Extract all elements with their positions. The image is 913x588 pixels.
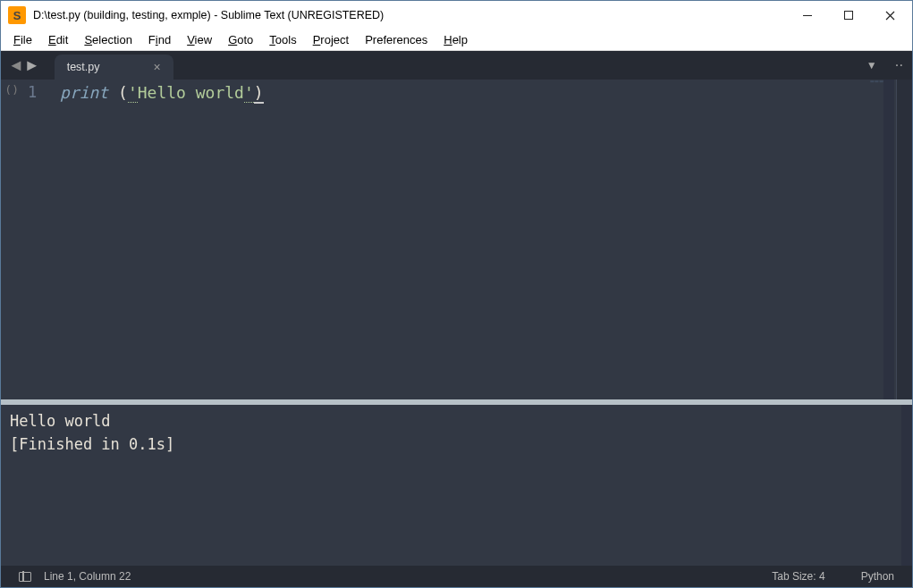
- tab-back-icon[interactable]: ◄: [8, 57, 24, 73]
- minimize-icon: [803, 15, 812, 16]
- window-titlebar: S D:\test.py (building, testing, exmple)…: [1, 1, 912, 29]
- output-line: Hello world: [10, 410, 903, 433]
- menu-bar: File Edit Selection Find View Goto Tools…: [1, 29, 912, 51]
- window-title: D:\test.py (building, testing, exmple) -…: [31, 9, 787, 21]
- menu-goto[interactable]: Goto: [221, 31, 260, 48]
- svg-rect-0: [803, 15, 812, 16]
- maximize-icon: [844, 11, 853, 20]
- code-editor[interactable]: () 1 print ('Hello world') ▬▬▬▬: [1, 80, 912, 399]
- menu-file[interactable]: File: [6, 31, 39, 48]
- close-icon: [885, 11, 895, 21]
- tab-forward-icon[interactable]: ►: [24, 57, 40, 73]
- tab-strip: ◄ ► test.py × ▼ · ·: [1, 51, 912, 80]
- menu-tools[interactable]: Tools: [262, 31, 303, 48]
- tab-strip-controls: ▼ · ·: [867, 57, 912, 73]
- chevron-down-icon[interactable]: ▼: [867, 59, 877, 71]
- fold-gutter[interactable]: (): [1, 80, 19, 399]
- status-tab-size[interactable]: Tab Size: 4: [772, 570, 824, 583]
- editor-scrollbar[interactable]: [883, 80, 894, 399]
- menu-help[interactable]: Help: [436, 31, 475, 48]
- menu-find[interactable]: Find: [141, 31, 178, 48]
- tab-close-icon[interactable]: ×: [153, 60, 160, 74]
- output-line: [Finished in 0.1s]: [10, 433, 903, 457]
- status-syntax[interactable]: Python: [861, 570, 894, 583]
- window-controls: [787, 1, 910, 29]
- tab-label: test.py: [67, 61, 100, 73]
- panel-switcher-icon[interactable]: [19, 572, 31, 582]
- menu-edit[interactable]: Edit: [41, 31, 75, 48]
- main-area: ◄ ► test.py × ▼ · · () 1 print ('Hello w…: [1, 51, 912, 566]
- menu-selection[interactable]: Selection: [77, 31, 139, 48]
- close-button[interactable]: [869, 1, 910, 29]
- file-tab[interactable]: test.py ×: [55, 55, 173, 80]
- tab-nav-arrows: ◄ ►: [1, 57, 47, 73]
- token-function: print: [60, 83, 108, 102]
- minimize-button[interactable]: [787, 1, 828, 29]
- menu-view[interactable]: View: [180, 31, 219, 48]
- status-bar: Line 1, Column 22 Tab Size: 4 Python: [1, 566, 912, 587]
- menu-preferences[interactable]: Preferences: [358, 31, 435, 48]
- minimap[interactable]: [896, 80, 912, 399]
- build-output-panel[interactable]: Hello world [Finished in 0.1s]: [1, 405, 912, 566]
- code-line[interactable]: print ('Hello world'): [49, 80, 264, 399]
- svg-rect-1: [845, 12, 853, 20]
- tab-overflow-icon[interactable]: · ·: [895, 57, 901, 73]
- cursor-position: ): [254, 83, 264, 104]
- menu-project[interactable]: Project: [306, 31, 356, 48]
- status-position[interactable]: Line 1, Column 22: [44, 570, 131, 583]
- token-string: Hello world: [138, 83, 244, 102]
- line-number-gutter[interactable]: 1: [19, 80, 49, 399]
- maximize-button[interactable]: [828, 1, 869, 29]
- output-scrollbar[interactable]: [901, 405, 912, 566]
- app-icon: S: [8, 6, 26, 24]
